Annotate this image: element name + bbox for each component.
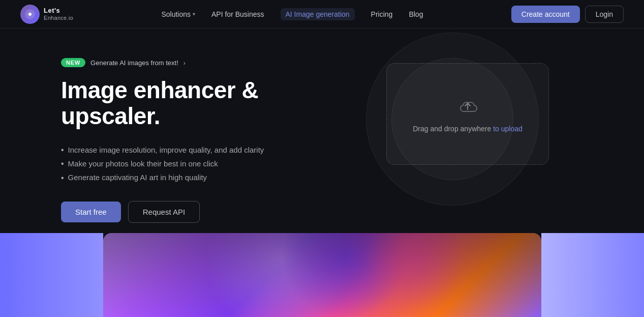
nav-solutions[interactable]: Solutions ▾ <box>161 10 195 18</box>
logo[interactable]: Let's Enhance.io <box>20 5 73 24</box>
bottom-right-bar <box>541 233 645 317</box>
hero-right: Drag and drop anywhere to upload <box>376 53 569 165</box>
bottom-section <box>0 233 644 317</box>
badge-description: Generate AI images from text! <box>90 59 178 67</box>
badge-arrow-icon: › <box>183 59 186 67</box>
logo-text: Let's Enhance.io <box>44 7 73 20</box>
hero-title: Image enhancer & upscaler. <box>61 77 346 129</box>
nav-blog[interactable]: Blog <box>409 10 423 18</box>
solutions-chevron-icon: ▾ <box>193 11 195 17</box>
bottom-left-bar <box>0 233 103 317</box>
hero-left: NEW Generate AI images from text! › Imag… <box>61 53 346 223</box>
image-overlay <box>103 233 541 317</box>
cloud-upload-icon <box>456 95 479 118</box>
nav-pricing[interactable]: Pricing <box>371 10 393 18</box>
nav-actions: Create account Login <box>511 6 624 23</box>
nav-links: Solutions ▾ API for Business AI Image ge… <box>161 8 423 20</box>
cta-row: Start free Request API <box>61 201 346 223</box>
logo-domain: Enhance.io <box>44 15 73 21</box>
hero-image-preview <box>103 233 541 317</box>
logo-icon <box>20 5 40 24</box>
svg-point-1 <box>29 13 32 15</box>
upload-area-outer: Drag and drop anywhere to upload <box>376 63 569 165</box>
bullet-3: Generate captivating AI art in high qual… <box>61 171 346 185</box>
nav-api-business[interactable]: API for Business <box>211 10 264 18</box>
upload-dropzone[interactable]: Drag and drop anywhere to upload <box>386 63 549 165</box>
new-badge-row: NEW Generate AI images from text! › <box>61 58 346 67</box>
start-free-button[interactable]: Start free <box>61 201 121 222</box>
navbar: Let's Enhance.io Solutions ▾ API for Bus… <box>0 0 644 28</box>
upload-link[interactable]: to upload <box>493 125 523 133</box>
bullet-2: Make your photos look their best in one … <box>61 157 346 170</box>
hero-bullets: Increase image resolution, improve quali… <box>61 143 346 185</box>
hero-section: NEW Generate AI images from text! › Imag… <box>0 28 644 233</box>
request-api-button[interactable]: Request API <box>128 201 200 223</box>
upload-label: Drag and drop anywhere to upload <box>413 125 523 133</box>
login-button[interactable]: Login <box>585 6 624 23</box>
bullet-1: Increase image resolution, improve quali… <box>61 143 346 157</box>
nav-ai-image-generation[interactable]: AI Image generation <box>281 8 355 20</box>
create-account-button[interactable]: Create account <box>511 6 580 23</box>
logo-brand-name: Let's <box>44 7 73 14</box>
new-badge: NEW <box>61 58 85 67</box>
